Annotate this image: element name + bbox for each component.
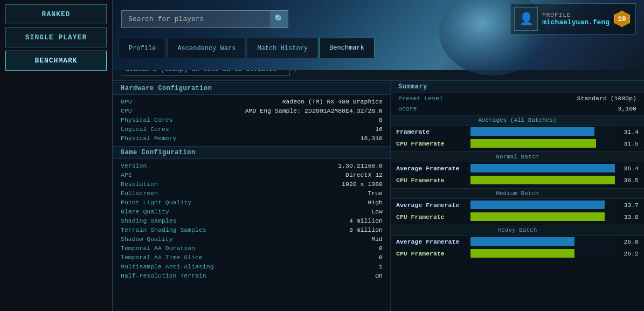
profile-area: 👤 PROFILE michaelyuan.feng 10 xyxy=(510,3,636,34)
tab-match-history[interactable]: Match History xyxy=(247,38,318,58)
profile-name: michaelyuan.feng xyxy=(542,18,610,26)
normal-batch-header: Normal Batch xyxy=(391,151,644,162)
medium-batch-header: Medium Batch xyxy=(391,188,644,199)
hardware-label-physical-memory: Physical Memory xyxy=(121,135,177,142)
hardware-row-physical-memory: Physical Memory 16,310 xyxy=(113,134,390,143)
game-config-section-header: Game Configuration xyxy=(113,146,390,159)
normal-cpu-framerate-bar xyxy=(470,176,615,184)
game-row-fullscreen: Fullscreen True xyxy=(113,189,390,198)
search-button[interactable]: 🔍 xyxy=(270,10,288,28)
normal-avg-framerate-row: Average Framerate 36.4 xyxy=(391,162,644,174)
hardware-value-cpu: AMD Eng Sample: 2D2801A2M88E4_32/28_N xyxy=(245,107,383,114)
medium-cpu-framerate-value: 33.8 xyxy=(619,213,639,220)
medium-cpu-framerate-row: CPU Framerate 33.8 xyxy=(391,211,644,223)
game-row-half-res-terrain: Half-resolution Terrain On xyxy=(113,271,390,280)
tab-benchmark[interactable]: Benchmark xyxy=(319,38,375,58)
hardware-row-physical-cores: Physical Cores 8 xyxy=(113,115,390,125)
game-row-api: API DirectX 12 xyxy=(113,170,390,179)
medium-avg-framerate-bar xyxy=(470,201,605,209)
level-badge: 10 xyxy=(614,11,630,27)
avg-framerate-row: Framerate 31.4 xyxy=(391,126,644,137)
normal-avg-framerate-value: 36.4 xyxy=(619,165,639,172)
sidebar-btn-benchmark[interactable]: BENCHMARK xyxy=(5,51,107,71)
heavy-avg-framerate-row: Average Framerate 26.0 xyxy=(391,236,644,247)
normal-cpu-framerate-row: CPU Framerate 36.5 xyxy=(391,174,644,186)
right-column: Summary Preset Level Standard (1080p) Sc… xyxy=(391,81,644,311)
search-wrapper: 🔍 xyxy=(121,10,288,28)
sidebar-btn-ranked[interactable]: RANKED xyxy=(5,4,107,24)
medium-avg-framerate-bar-container xyxy=(470,201,615,209)
medium-avg-framerate-row: Average Framerate 33.7 xyxy=(391,199,644,211)
heavy-avg-framerate-bar xyxy=(470,237,574,246)
top-bar: 🔍 👤 PROFILE michaelyuan.feng 10 xyxy=(113,0,644,38)
left-column: Hardware Configuration GPU Radeon (TM) R… xyxy=(113,81,391,311)
avg-framerate-value: 31.4 xyxy=(619,128,639,135)
sidebar-btn-single-player[interactable]: SINGLE PLAYER xyxy=(5,27,107,47)
main-content: 🔍 👤 PROFILE michaelyuan.feng 10 Profile … xyxy=(113,0,644,311)
game-row-version: Version 1.30.21168.0 xyxy=(113,161,390,170)
heavy-cpu-framerate-value: 26.2 xyxy=(619,250,639,257)
game-row-resolution: Resolution 1920 x 1080 xyxy=(113,179,390,189)
game-row-shadow-quality: Shadow Quality Mid xyxy=(113,234,390,244)
game-row-glare: Glare Quality Low xyxy=(113,207,390,216)
avg-cpu-framerate-value: 31.5 xyxy=(619,140,639,147)
averages-all-header: Averages (All Batches) xyxy=(391,115,644,126)
medium-avg-framerate-label: Average Framerate xyxy=(396,202,466,209)
heavy-cpu-framerate-bar-container xyxy=(470,249,615,258)
nav-tabs: Profile Ascendency Wars Match History Be… xyxy=(113,38,644,58)
game-row-shading-samples: Shading Samples 4 million xyxy=(113,216,390,225)
heavy-cpu-framerate-bar xyxy=(470,249,574,258)
heavy-avg-framerate-value: 26.0 xyxy=(619,238,639,245)
game-row-msaa: Multisample Anti-Aliasing 1 xyxy=(113,262,390,271)
hardware-label-logical-cores: Logical Cores xyxy=(121,126,169,133)
game-row-terrain-shading: Terrain Shading Samples 8 million xyxy=(113,225,390,234)
game-row-temporal-aa-duration: Temporal AA Duration 0 xyxy=(113,244,390,253)
summary-row-score: Score 3,100 xyxy=(391,103,644,114)
hardware-value-physical-cores: 8 xyxy=(379,116,383,123)
hardware-section-header: Hardware Configuration xyxy=(113,82,390,95)
content-area: Standard (1080p) on 2016-08-06 01:13:21 … xyxy=(113,58,644,311)
search-input[interactable] xyxy=(121,10,288,28)
avatar-icon: 👤 xyxy=(519,12,534,26)
hardware-row-logical-cores: Logical Cores 16 xyxy=(113,125,390,134)
medium-cpu-framerate-bar xyxy=(470,212,605,221)
summary-header: Summary xyxy=(391,81,644,93)
avatar: 👤 xyxy=(514,7,538,31)
hardware-label-cpu: CPU xyxy=(121,107,132,114)
heavy-batch-header: Heavy Batch xyxy=(391,225,644,236)
avg-framerate-bar-container xyxy=(470,127,615,136)
heavy-cpu-framerate-row: CPU Framerate 26.2 xyxy=(391,247,644,259)
tab-ascendency-wars[interactable]: Ascendency Wars xyxy=(167,38,246,58)
medium-cpu-framerate-label: CPU Framerate xyxy=(396,213,466,220)
game-row-point-light: Point Light Quality High xyxy=(113,198,390,207)
sidebar: RANKED SINGLE PLAYER BENCHMARK xyxy=(0,0,113,311)
game-config-table: Version 1.30.21168.0 API DirectX 12 Reso… xyxy=(113,159,390,282)
game-row-temporal-aa-slice: Temporal AA Time Slice 0 xyxy=(113,253,390,262)
hardware-table: GPU Radeon (TM) RX 480 Graphics CPU AMD … xyxy=(113,95,390,145)
medium-cpu-framerate-bar-container xyxy=(470,212,615,221)
heavy-avg-framerate-label: Average Framerate xyxy=(396,238,466,245)
hardware-row-cpu: CPU AMD Eng Sample: 2D2801A2M88E4_32/28_… xyxy=(113,106,390,115)
search-icon: 🔍 xyxy=(274,14,285,24)
hardware-value-logical-cores: 16 xyxy=(375,126,383,133)
heavy-avg-framerate-bar-container xyxy=(470,237,615,246)
tab-profile[interactable]: Profile xyxy=(119,38,166,58)
summary-row-preset: Preset Level Standard (1080p) xyxy=(391,93,644,103)
normal-avg-framerate-bar xyxy=(470,164,615,172)
avg-cpu-framerate-row: CPU Framerate 31.5 xyxy=(391,137,644,149)
medium-avg-framerate-value: 33.7 xyxy=(619,202,639,209)
hardware-row-gpu: GPU Radeon (TM) RX 480 Graphics xyxy=(113,97,390,106)
heavy-cpu-framerate-label: CPU Framerate xyxy=(396,250,466,257)
profile-label: PROFILE xyxy=(542,12,610,18)
hardware-label-gpu: GPU xyxy=(121,98,132,105)
columns: Hardware Configuration GPU Radeon (TM) R… xyxy=(113,81,644,311)
normal-cpu-framerate-value: 36.5 xyxy=(619,177,639,184)
normal-cpu-framerate-bar-container xyxy=(470,176,615,184)
hardware-value-gpu: Radeon (TM) RX 480 Graphics xyxy=(282,98,383,105)
profile-info: PROFILE michaelyuan.feng xyxy=(542,12,610,26)
avg-cpu-framerate-bar xyxy=(470,139,596,148)
normal-cpu-framerate-label: CPU Framerate xyxy=(396,177,466,184)
hardware-label-physical-cores: Physical Cores xyxy=(121,116,173,123)
normal-avg-framerate-bar-container xyxy=(470,164,615,172)
normal-avg-framerate-label: Average Framerate xyxy=(396,165,466,172)
